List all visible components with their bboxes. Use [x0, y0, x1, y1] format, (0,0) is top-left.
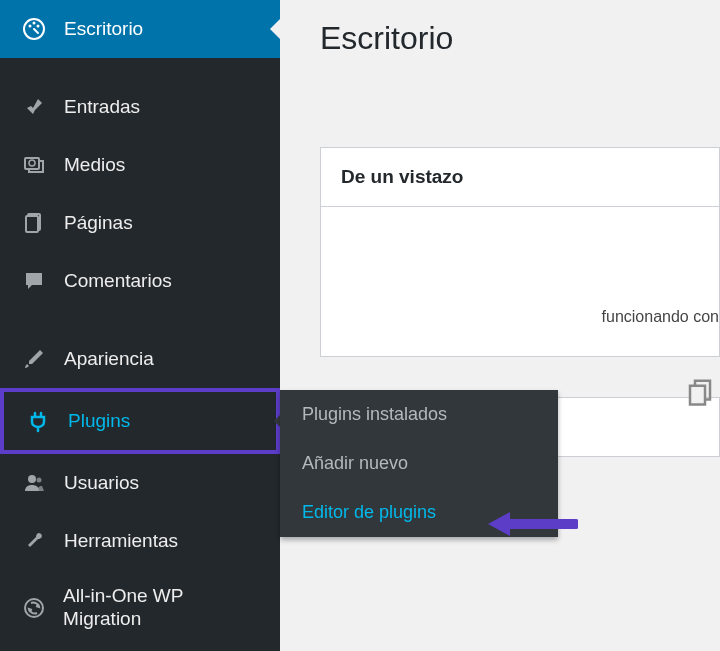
panel-body-text: funcionando con: [602, 308, 719, 326]
sidebar-item-plugins[interactable]: Plugins: [0, 388, 280, 454]
sidebar-item-dashboard[interactable]: Escritorio: [0, 0, 280, 58]
copy-icon: [685, 377, 715, 407]
sidebar-item-label: Entradas: [64, 96, 140, 118]
plug-icon: [24, 407, 52, 435]
svg-marker-14: [488, 512, 510, 536]
svg-point-5: [29, 160, 35, 166]
pages-icon: [20, 209, 48, 237]
sidebar-item-comments[interactable]: Comentarios: [0, 252, 280, 310]
main-content: Escritorio De un vistazo funcionando con…: [280, 0, 720, 651]
sidebar-item-media[interactable]: Medios: [0, 136, 280, 194]
sidebar-item-label: All-in-One WP Migration: [63, 585, 260, 631]
migration-icon: [20, 594, 47, 622]
sidebar-item-label: Herramientas: [64, 530, 178, 552]
comments-icon: [20, 267, 48, 295]
panel-header: De un vistazo: [321, 148, 719, 206]
sidebar-item-migration[interactable]: All-in-One WP Migration: [0, 570, 280, 646]
annotation-arrow: [488, 509, 578, 543]
page-title: Escritorio: [280, 0, 720, 77]
sidebar-item-label: Comentarios: [64, 270, 172, 292]
brush-icon: [20, 345, 48, 373]
pin-icon: [20, 93, 48, 121]
sidebar-item-users[interactable]: Usuarios: [0, 454, 280, 512]
sidebar-item-pages[interactable]: Páginas: [0, 194, 280, 252]
sidebar-item-label: Escritorio: [64, 18, 143, 40]
admin-sidebar: Escritorio Entradas Medios Páginas Comen…: [0, 0, 280, 651]
sidebar-item-label: Usuarios: [64, 472, 139, 494]
submenu-item-add-new[interactable]: Añadir nuevo: [280, 439, 558, 488]
svg-point-9: [37, 478, 42, 483]
media-icon: [20, 151, 48, 179]
svg-point-2: [37, 25, 40, 28]
submenu-item-installed[interactable]: Plugins instalados: [280, 390, 558, 439]
sidebar-item-appearance[interactable]: Apariencia: [0, 330, 280, 388]
svg-point-1: [29, 25, 32, 28]
sidebar-item-label: Páginas: [64, 212, 133, 234]
panel-body: funcionando con: [321, 206, 719, 356]
sidebar-item-posts[interactable]: Entradas: [0, 78, 280, 136]
svg-point-8: [28, 475, 36, 483]
sidebar-item-label: Medios: [64, 154, 125, 176]
panel-at-a-glance: De un vistazo funcionando con: [320, 147, 720, 357]
svg-point-3: [33, 22, 36, 25]
sidebar-item-label: Apariencia: [64, 348, 154, 370]
svg-rect-7: [26, 216, 38, 232]
svg-rect-12: [690, 386, 705, 405]
users-icon: [20, 469, 48, 497]
dashboard-icon: [20, 15, 48, 43]
sidebar-item-tools[interactable]: Herramientas: [0, 512, 280, 570]
sidebar-item-label: Plugins: [68, 410, 130, 432]
tools-icon: [20, 527, 48, 555]
